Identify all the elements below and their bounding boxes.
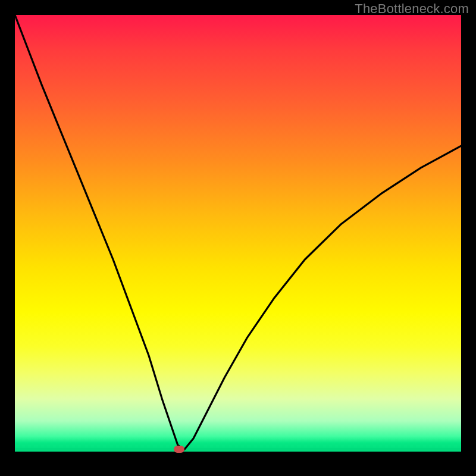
- chart-area: [15, 15, 461, 461]
- bottleneck-curve: [15, 15, 461, 461]
- minimum-marker: [174, 446, 184, 453]
- watermark-text: TheBottleneck.com: [355, 1, 469, 17]
